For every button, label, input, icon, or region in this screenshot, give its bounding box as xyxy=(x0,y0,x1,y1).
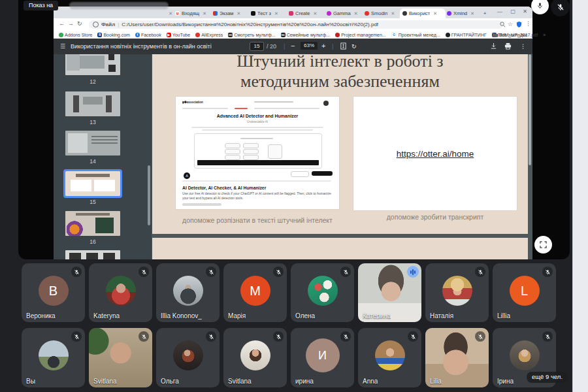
fit-page-icon[interactable] xyxy=(340,42,347,50)
tab-close-icon[interactable]: ✕ xyxy=(237,11,241,16)
tab-active-pdf[interactable]: Використ ✕ xyxy=(400,8,446,18)
tab-close-icon[interactable]: ✕ xyxy=(274,11,278,16)
participant-tile[interactable]: В Вероника xyxy=(22,263,85,322)
divider: | xyxy=(118,22,119,27)
tab-close-icon[interactable]: ✕ xyxy=(354,11,358,16)
participant-tile[interactable]: Illia Kononov_ xyxy=(156,263,220,322)
thumbnail-page-13[interactable] xyxy=(65,91,120,116)
tab-close-icon[interactable]: ✕ xyxy=(314,11,318,16)
option-button[interactable] xyxy=(243,155,259,160)
participant-tile[interactable]: Anna xyxy=(358,328,421,387)
more-participants-badge[interactable]: ещё 9 чел. xyxy=(527,372,568,383)
bookmark-star-icon[interactable]: ☆ xyxy=(508,21,513,27)
forward-icon[interactable]: → xyxy=(68,20,74,27)
participant-tile-video[interactable]: Lilia xyxy=(425,328,489,387)
bookmark-item[interactable]: HDСемейные мультф... xyxy=(281,33,331,37)
download-icon[interactable] xyxy=(490,42,497,50)
new-tab-button[interactable]: + xyxy=(481,8,494,18)
option-button[interactable] xyxy=(225,149,240,154)
secondary-cta-button[interactable] xyxy=(291,171,309,177)
thumbnail-page-15-selected[interactable] xyxy=(65,171,120,196)
participant-tile[interactable]: Kateryna xyxy=(89,263,152,322)
bookmark-item[interactable]: fFacebook xyxy=(135,33,161,37)
extension-shield-icon[interactable] xyxy=(516,22,522,27)
tab-blurred[interactable]: ✕ xyxy=(57,8,175,18)
address-bar[interactable]: Файл | C:/Users/user/Downloads/Використа… xyxy=(89,20,503,29)
participant-name: Svitlana xyxy=(93,378,117,385)
primary-cta-button[interactable] xyxy=(312,171,333,176)
bookmarks-overflow-chevron[interactable]: » xyxy=(543,33,546,37)
participant-tile[interactable]: L Lillia xyxy=(493,263,556,322)
back-icon[interactable]: ← xyxy=(59,20,65,27)
avatar-photo xyxy=(510,340,540,370)
window-close-button[interactable]: ✕ xyxy=(523,8,527,14)
slide-title-line1: Штучний інтелект в роботі з xyxy=(152,54,528,71)
window-maximize-button[interactable]: ▢ xyxy=(510,8,515,14)
participant-name: Олена xyxy=(295,312,315,319)
upload-button[interactable] xyxy=(268,144,282,159)
participant-tile[interactable]: Наталія xyxy=(425,263,489,322)
rotate-icon[interactable]: ↻ xyxy=(351,43,357,50)
participant-tile[interactable]: Вы xyxy=(22,328,85,387)
option-button[interactable] xyxy=(225,155,240,160)
bookmark-item[interactable]: Project managemen... xyxy=(335,33,385,37)
participant-name: Вы xyxy=(26,378,35,385)
option-button[interactable] xyxy=(243,149,259,154)
participant-tile-video[interactable]: Катерина xyxy=(358,263,421,322)
thumbnail-page-12[interactable] xyxy=(65,54,120,75)
bookmark-item[interactable]: Addons Store xyxy=(59,33,92,37)
zoom-in-button[interactable]: + xyxy=(321,42,325,50)
bookmark-item[interactable]: HDСмотреть мультф... xyxy=(228,33,275,37)
participant-tile[interactable]: Олена xyxy=(291,263,354,322)
tab-xmind[interactable]: Xmind ✕ xyxy=(444,8,483,18)
browser-window: ✕ M Входящ ✕ Экзам ✕ Тест з ✕ Create ✕ xyxy=(54,7,532,259)
pdf-favicon xyxy=(402,11,407,16)
tab-close-icon[interactable]: ✕ xyxy=(391,11,395,16)
otter-link[interactable]: https://otter.ai/home xyxy=(397,149,474,159)
bookmark-item[interactable]: BBooking.com xyxy=(97,33,129,37)
pdf-scrollbar[interactable] xyxy=(529,54,531,165)
bookmark-item[interactable]: ▶YouTube xyxy=(167,33,191,37)
screen-share-banner: Показ на xyxy=(24,1,58,10)
window-minimize-button[interactable]: — xyxy=(497,8,502,14)
site-favicon xyxy=(213,11,218,16)
reload-icon[interactable]: ↻ xyxy=(77,20,82,27)
tab-test[interactable]: Тест з ✕ xyxy=(248,8,287,18)
pdf-more-kebab-icon[interactable]: ⋮ xyxy=(520,43,526,50)
browser-menu-kebab-icon[interactable]: ⋮ xyxy=(525,20,531,27)
fullscreen-button[interactable] xyxy=(534,236,552,253)
thumbnail-page-14[interactable] xyxy=(65,131,120,155)
tab-close-icon[interactable]: ✕ xyxy=(470,11,474,16)
bookmark-item[interactable]: GПроектный менед... xyxy=(391,32,440,38)
thumbnail-page-17[interactable] xyxy=(65,250,120,259)
sidebar-scrollbar[interactable] xyxy=(148,165,150,225)
tab-close-icon[interactable]: ✕ xyxy=(433,11,437,16)
bookmark-item[interactable]: AliExpress xyxy=(195,33,223,37)
participant-name: Наталія xyxy=(430,312,453,319)
participant-tile[interactable]: M Марія xyxy=(223,263,287,322)
site-logo-text: ▮�association xyxy=(182,101,203,104)
participant-tile[interactable]: И ирина xyxy=(291,328,354,387)
tab-label: Xmind xyxy=(453,10,467,16)
tab-smodin[interactable]: Smodin ✕ xyxy=(362,8,401,18)
tab-gmail[interactable]: M Входящ ✕ xyxy=(172,8,212,18)
bookmark-item[interactable]: ГРАНТРАЙТИНГ xyxy=(446,33,487,37)
participant-tile-video[interactable]: Svitlana xyxy=(89,328,152,387)
tab-gamma[interactable]: Gamma ✕ xyxy=(324,8,363,18)
participant-tile[interactable]: Svitlana xyxy=(223,328,287,387)
option-button[interactable] xyxy=(225,143,240,148)
participant-tile[interactable]: Ольга xyxy=(156,328,220,387)
pdf-page-input[interactable]: 15 xyxy=(250,42,264,51)
search-icon[interactable] xyxy=(500,22,506,27)
bookmark-label: Booking.com xyxy=(103,33,129,37)
tab-close-icon[interactable]: ✕ xyxy=(203,11,206,16)
tab-create[interactable]: Create ✕ xyxy=(286,8,325,18)
all-bookmarks-label: Все закладки xyxy=(499,33,527,37)
option-button[interactable] xyxy=(243,143,259,148)
all-bookmarks-button[interactable]: Все закладки xyxy=(493,33,527,37)
pdf-sidebar-menu-icon[interactable]: ☰ xyxy=(60,43,65,50)
print-icon[interactable] xyxy=(504,42,512,50)
thumbnail-page-16[interactable] xyxy=(65,211,120,236)
tab-exam[interactable]: Экзам ✕ xyxy=(210,8,250,18)
zoom-out-button[interactable]: − xyxy=(291,42,295,50)
